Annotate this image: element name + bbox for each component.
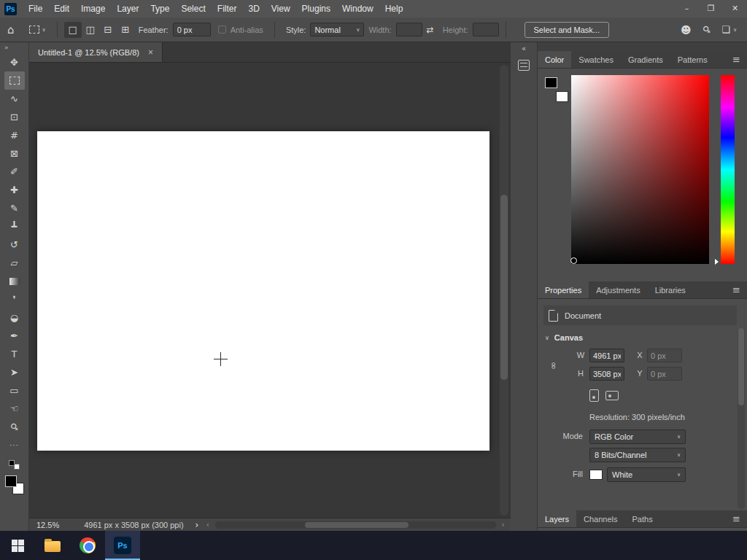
zoom-tool[interactable]: ♀ — [4, 418, 25, 436]
menu-layer[interactable]: Layer — [111, 0, 144, 18]
object-selection-tool[interactable]: ⊡ — [4, 108, 25, 126]
minimize-button[interactable]: – — [675, 0, 699, 18]
frame-tool[interactable]: ⊠ — [4, 144, 25, 163]
panel-expand-icon[interactable]: « — [511, 42, 537, 52]
tab-adjustments[interactable]: Adjustments — [589, 281, 648, 298]
tab-libraries[interactable]: Libraries — [648, 281, 693, 298]
bit-depth-select[interactable]: 8 Bits/Channel ∨ — [589, 448, 686, 462]
menu-window[interactable]: Window — [336, 0, 379, 18]
new-selection-button[interactable]: □ — [64, 22, 82, 38]
feather-input[interactable] — [173, 23, 211, 36]
rectangular-marquee-tool[interactable] — [4, 71, 25, 90]
blur-tool[interactable]: ❜ — [4, 290, 25, 308]
search-icon[interactable]: ♀ — [700, 23, 713, 36]
panel-menu-icon[interactable]: ≡ — [726, 510, 747, 527]
document-properties-item[interactable]: Document — [543, 306, 737, 325]
menu-view[interactable]: View — [266, 0, 296, 18]
share-account-icon[interactable]: ☻ — [681, 24, 692, 36]
foreground-color-swatch[interactable] — [545, 77, 557, 88]
foreground-color-swatch[interactable] — [5, 475, 17, 487]
tab-paths[interactable]: Paths — [625, 510, 660, 527]
height-input[interactable] — [473, 23, 499, 36]
menu-plugins[interactable]: Plugins — [296, 0, 336, 18]
photoshop-app-icon[interactable]: Ps — [4, 3, 17, 15]
lasso-tool[interactable]: ∿ — [4, 90, 25, 108]
close-icon[interactable]: × — [148, 47, 153, 58]
link-dimensions-icon[interactable]: ∞ — [549, 362, 560, 370]
type-tool[interactable]: T — [4, 345, 25, 363]
canvas-section-header[interactable]: ∨ Canvas — [545, 333, 583, 342]
background-color-swatch[interactable] — [556, 91, 568, 102]
tab-channels[interactable]: Channels — [576, 510, 624, 527]
horizontal-scrollbar[interactable] — [215, 521, 496, 529]
taskbar-chrome[interactable] — [70, 531, 105, 560]
canvas-width-input[interactable] — [589, 349, 624, 362]
collapsed-panel-icon[interactable] — [518, 60, 530, 71]
portrait-orientation-button[interactable] — [589, 389, 599, 402]
document-canvas[interactable] — [37, 131, 489, 451]
fill-select[interactable]: White ∨ — [607, 467, 686, 482]
menu-type[interactable]: Type — [144, 0, 175, 18]
properties-scrollbar[interactable] — [738, 328, 745, 509]
rectangle-tool[interactable]: ▭ — [4, 381, 25, 400]
status-flyout-arrow[interactable]: › — [196, 520, 199, 530]
menu-image[interactable]: Image — [75, 0, 111, 18]
tool-preset-picker[interactable]: ∨ — [25, 23, 50, 36]
zoom-level-field[interactable]: 12.5% — [36, 521, 59, 529]
move-tool[interactable]: ✥ — [4, 53, 25, 71]
menu-select[interactable]: Select — [175, 0, 211, 18]
tab-swatches[interactable]: Swatches — [571, 51, 621, 68]
start-button[interactable] — [0, 531, 35, 560]
fill-color-swatch[interactable] — [589, 470, 603, 480]
history-brush-tool[interactable]: ↺ — [4, 236, 25, 254]
tab-layers[interactable]: Layers — [538, 510, 576, 527]
home-icon[interactable]: ⌂ — [3, 23, 19, 36]
swap-dimensions-icon[interactable]: ⇄ — [422, 25, 438, 35]
canvas-height-input[interactable] — [589, 367, 624, 381]
hue-slider[interactable] — [721, 75, 735, 264]
tab-color[interactable]: Color — [538, 51, 571, 68]
hand-tool[interactable]: ☜ — [4, 400, 25, 418]
color-picker-handle[interactable] — [570, 257, 577, 264]
select-and-mask-button[interactable]: Select and Mask... — [525, 22, 610, 38]
width-input[interactable] — [396, 23, 422, 36]
eraser-tool[interactable]: ▱ — [4, 254, 25, 272]
taskbar-file-explorer[interactable] — [35, 531, 70, 560]
landscape-orientation-button[interactable] — [605, 391, 619, 400]
tab-gradients[interactable]: Gradients — [621, 51, 670, 68]
restore-button[interactable]: ❐ — [699, 0, 723, 18]
taskbar-photoshop[interactable]: Ps — [105, 531, 140, 560]
pen-tool[interactable]: ✒ — [4, 327, 25, 345]
style-select[interactable]: Normal ∨ — [310, 23, 364, 36]
subtract-from-selection-button[interactable]: ⊟ — [99, 22, 117, 38]
anti-alias-checkbox[interactable] — [218, 26, 226, 34]
canvas-viewport[interactable] — [29, 63, 511, 518]
properties-scrollbar-thumb[interactable] — [738, 328, 744, 405]
panel-menu-icon[interactable]: ≡ — [726, 281, 747, 298]
path-selection-tool[interactable]: ➤ — [4, 363, 25, 381]
tab-patterns[interactable]: Patterns — [670, 51, 715, 68]
toolbar-collapse-icon[interactable]: » — [0, 42, 9, 53]
hue-slider-marker[interactable] — [715, 259, 719, 265]
scroll-left-icon[interactable]: ‹ — [206, 520, 209, 529]
scroll-right-icon[interactable]: › — [502, 520, 505, 529]
spot-healing-brush-tool[interactable]: ✚ — [4, 181, 25, 199]
menu-help[interactable]: Help — [379, 0, 409, 18]
tab-properties[interactable]: Properties — [538, 281, 589, 298]
clone-stamp-tool[interactable]: ┻ — [4, 217, 25, 236]
add-to-selection-button[interactable]: ◫ — [82, 22, 99, 38]
close-button[interactable]: ✕ — [723, 0, 747, 18]
horizontal-scrollbar-thumb[interactable] — [305, 522, 409, 528]
saturation-brightness-field[interactable] — [571, 75, 709, 264]
menu-file[interactable]: File — [23, 0, 48, 18]
menu-3d[interactable]: 3D — [242, 0, 265, 18]
menu-filter[interactable]: Filter — [212, 0, 243, 18]
color-mode-select[interactable]: RGB Color ∨ — [589, 429, 686, 444]
vertical-scrollbar[interactable] — [500, 65, 508, 516]
gradient-tool[interactable] — [4, 272, 25, 290]
crop-tool[interactable]: # — [4, 126, 25, 144]
eyedropper-tool[interactable]: ✐ — [4, 163, 25, 181]
vertical-scrollbar-thumb[interactable] — [500, 195, 508, 380]
menu-edit[interactable]: Edit — [48, 0, 75, 18]
brush-tool[interactable]: ✎ — [4, 199, 25, 217]
